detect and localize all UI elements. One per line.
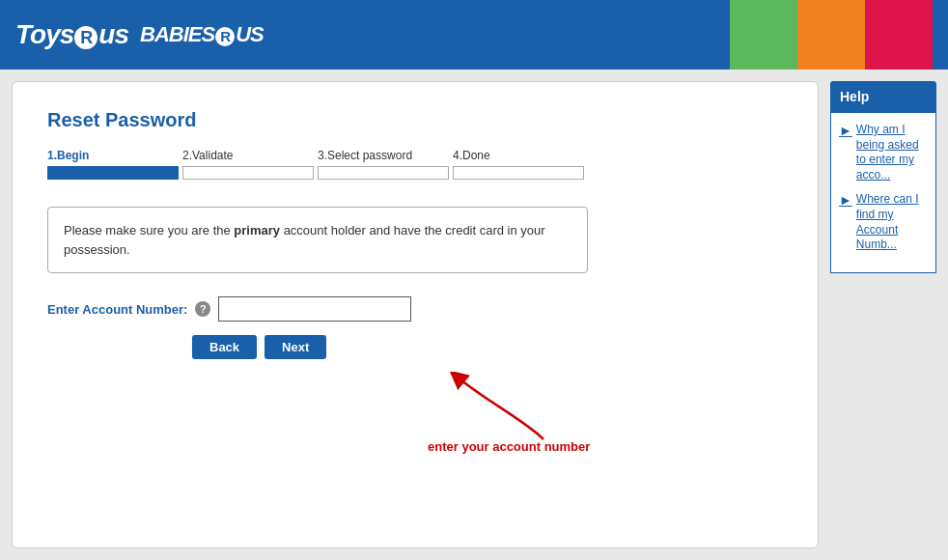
help-icon[interactable]: ? <box>195 301 210 317</box>
main-layout: Reset Password 1.Begin 2.Validate 3.Sele… <box>0 70 948 560</box>
annotation-arrow <box>447 372 563 449</box>
button-row: Back Next <box>47 335 783 359</box>
content-area: Reset Password 1.Begin 2.Validate 3.Sele… <box>12 81 819 548</box>
progress-bar-3 <box>318 166 449 180</box>
header: ToysRus BABIESRUS <box>0 0 948 70</box>
info-emphasis: primary <box>234 223 280 238</box>
annotation-text: enter your account number <box>428 439 590 454</box>
page-title: Reset Password <box>47 109 783 131</box>
sidebar: Help ► Why am I being asked to enter my … <box>830 81 936 273</box>
toysrus-logo: ToysRus <box>15 19 128 50</box>
progress-bar-2 <box>182 166 314 180</box>
account-number-input[interactable] <box>218 296 411 322</box>
next-button[interactable]: Next <box>265 335 326 359</box>
bullet-icon-1: ► <box>839 122 852 139</box>
sidebar-link-2[interactable]: ► Where can I find my Account Numb... <box>839 192 928 252</box>
orange-block <box>797 0 865 70</box>
account-form-row: Enter Account Number: ? <box>47 296 783 322</box>
sidebar-link-2-text: Where can I find my Account Numb... <box>856 192 928 252</box>
r-star-icon: R <box>74 26 98 49</box>
progress-bars <box>47 166 783 180</box>
babiesrus-logo: BABIESRUS <box>140 22 264 47</box>
account-number-label: Enter Account Number: <box>47 302 187 317</box>
sidebar-header: Help <box>830 81 936 112</box>
step-4-label: 4.Done <box>453 149 588 162</box>
bullet-icon-2: ► <box>839 191 852 209</box>
header-color-blocks <box>730 0 933 70</box>
progress-bar-1 <box>47 166 179 180</box>
red-block <box>865 0 933 70</box>
step-1-label: 1.Begin <box>47 149 182 162</box>
sidebar-link-1[interactable]: ► Why am I being asked to enter my acco.… <box>839 123 928 182</box>
step-2-label: 2.Validate <box>182 149 318 162</box>
progress-bar-4 <box>453 166 584 180</box>
sidebar-body: ► Why am I being asked to enter my acco.… <box>830 112 936 273</box>
sidebar-link-1-text: Why am I being asked to enter my acco... <box>856 123 928 182</box>
r-star-small-icon: R <box>215 27 235 46</box>
info-box: Please make sure you are the primary acc… <box>47 207 588 273</box>
green-block <box>730 0 797 70</box>
steps-row: 1.Begin 2.Validate 3.Select password 4.D… <box>47 149 783 162</box>
step-3-label: 3.Select password <box>318 149 453 162</box>
info-prefix: Please make sure you are the <box>64 223 234 238</box>
logo-area: ToysRus BABIESRUS <box>15 19 264 50</box>
back-button[interactable]: Back <box>192 335 257 359</box>
